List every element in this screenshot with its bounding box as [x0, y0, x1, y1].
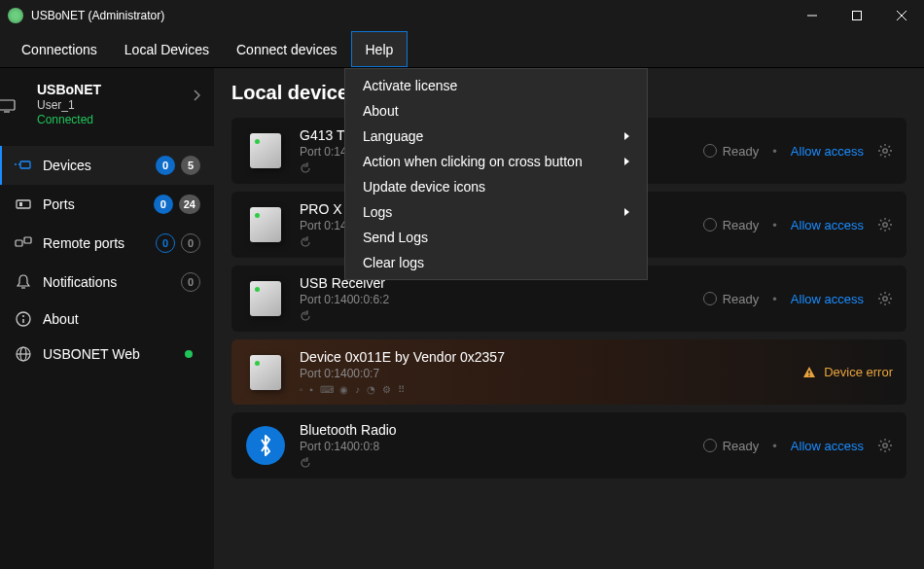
device-name: Device 0x011E by Vendor 0x2357 — [300, 349, 789, 365]
count-badge: 0 — [181, 233, 200, 253]
device-icon — [245, 352, 286, 393]
gear-icon[interactable] — [877, 438, 893, 453]
status-ready: Ready — [703, 292, 760, 306]
close-button[interactable] — [879, 0, 924, 31]
notifications-icon — [14, 274, 33, 290]
window-title: USBoNET (Administrator) — [31, 9, 790, 22]
svg-point-19 — [883, 149, 887, 153]
maximize-button[interactable] — [835, 0, 879, 31]
allow-access-link[interactable]: Allow access — [791, 439, 864, 453]
sidebar-item-label: Remote ports — [43, 235, 156, 251]
help-item-language[interactable]: Language — [345, 124, 647, 149]
device-port: Port 0:1400:0:6:2 — [300, 293, 690, 306]
sidebar-item-devices[interactable]: Devices05 — [0, 146, 214, 185]
help-item-send-logs[interactable]: Send Logs — [345, 225, 647, 250]
ports-icon — [14, 199, 33, 209]
device-port: Port 0:1400:0:7 — [300, 367, 789, 380]
menu-connections[interactable]: Connections — [8, 31, 111, 67]
svg-point-20 — [883, 223, 887, 227]
device-icon — [245, 278, 286, 319]
menu-local-devices[interactable]: Local Devices — [111, 31, 223, 67]
gear-icon[interactable] — [877, 217, 893, 232]
sidebar-item-about[interactable]: About — [0, 302, 214, 337]
svg-rect-10 — [16, 240, 22, 246]
svg-rect-6 — [20, 161, 30, 168]
separator-dot: • — [772, 144, 777, 159]
separator-dot: • — [772, 292, 777, 306]
menu-bar: ConnectionsLocal DevicesConnect devicesH… — [0, 31, 924, 68]
chevron-right-icon — [624, 208, 629, 216]
allow-access-link[interactable]: Allow access — [791, 144, 864, 159]
count-badge: 0 — [181, 272, 200, 292]
help-item-action-when-clicking-on-cross-button[interactable]: Action when clicking on cross button — [345, 149, 647, 174]
sidebar-item-label: USBONET Web — [43, 346, 185, 362]
sidebar-item-usbonet-web[interactable]: USBONET Web — [0, 337, 214, 372]
ready-icon — [703, 218, 717, 231]
svg-point-14 — [22, 315, 24, 317]
device-feature-icons — [300, 457, 690, 469]
svg-rect-4 — [0, 100, 15, 110]
count-badge: 0 — [156, 156, 175, 175]
ready-icon — [703, 292, 717, 305]
monitor-icon — [0, 99, 16, 113]
status-ready: Ready — [703, 439, 760, 453]
status-ready: Ready — [703, 144, 760, 159]
device-feature-icons — [300, 310, 690, 322]
usbonet-web-icon — [14, 346, 33, 362]
sidebar-item-label: Notifications — [43, 274, 181, 290]
menu-help[interactable]: Help — [351, 31, 409, 67]
gear-icon[interactable] — [877, 291, 893, 306]
svg-rect-8 — [17, 200, 30, 208]
help-item-clear-logs[interactable]: Clear logs — [345, 250, 647, 275]
account-status: Connected — [37, 113, 198, 126]
account-name: USBoNET — [37, 82, 198, 97]
device-icon — [245, 425, 286, 466]
separator-dot: • — [772, 218, 777, 232]
count-badge: 5 — [181, 156, 200, 175]
device-feature-icons: ▫ ▪ ⌨ ◉ ♪ ◔ ⚙ ⠿ — [300, 384, 789, 395]
sidebar-item-label: Devices — [43, 158, 156, 173]
device-name: Bluetooth Radio — [300, 422, 690, 438]
device-icon — [245, 204, 286, 245]
svg-point-24 — [883, 444, 887, 447]
help-item-logs[interactable]: Logs — [345, 199, 647, 225]
device-row[interactable]: Bluetooth RadioPort 0:1400:0:8Ready•Allo… — [231, 412, 906, 479]
chevron-right-icon — [193, 89, 200, 101]
help-item-update-device-icons[interactable]: Update device icons — [345, 174, 647, 199]
separator-dot: • — [772, 439, 777, 453]
svg-point-21 — [883, 297, 887, 301]
device-icon — [245, 130, 286, 171]
help-item-about[interactable]: About — [345, 98, 647, 124]
sidebar: USBoNET User_1 Connected Devices05Ports0… — [0, 68, 214, 569]
chevron-right-icon — [624, 158, 629, 165]
app-logo-icon — [8, 8, 23, 23]
chevron-right-icon — [624, 132, 629, 140]
svg-rect-9 — [19, 202, 22, 206]
ready-icon — [703, 439, 717, 452]
svg-rect-11 — [24, 237, 31, 243]
allow-access-link[interactable]: Allow access — [791, 218, 864, 232]
about-icon — [14, 311, 33, 327]
sidebar-item-notifications[interactable]: Notifications0 — [0, 263, 214, 302]
device-row[interactable]: Device 0x011E by Vendor 0x2357Port 0:140… — [231, 339, 906, 405]
count-badge: 24 — [179, 195, 200, 214]
status-error: Device error — [802, 365, 893, 379]
allow-access-link[interactable]: Allow access — [791, 292, 864, 306]
gear-icon[interactable] — [877, 143, 893, 159]
count-badge: 0 — [154, 195, 173, 214]
help-dropdown: Activate licenseAboutLanguageAction when… — [344, 68, 648, 280]
help-item-activate-license[interactable]: Activate license — [345, 73, 647, 98]
remote-ports-icon — [14, 236, 33, 250]
sidebar-item-label: Ports — [43, 196, 154, 212]
sidebar-item-remote-ports[interactable]: Remote ports00 — [0, 224, 214, 263]
title-bar: USBoNET (Administrator) — [0, 0, 924, 31]
svg-rect-1 — [853, 12, 862, 20]
svg-point-23 — [808, 374, 810, 376]
minimize-button[interactable] — [790, 0, 835, 31]
sidebar-item-label: About — [43, 311, 200, 327]
menu-connect-devices[interactable]: Connect devices — [223, 31, 351, 67]
status-ready: Ready — [703, 218, 760, 232]
account-panel[interactable]: USBoNET User_1 Connected — [0, 68, 214, 140]
count-badge: 0 — [156, 233, 175, 253]
sidebar-item-ports[interactable]: Ports024 — [0, 185, 214, 224]
